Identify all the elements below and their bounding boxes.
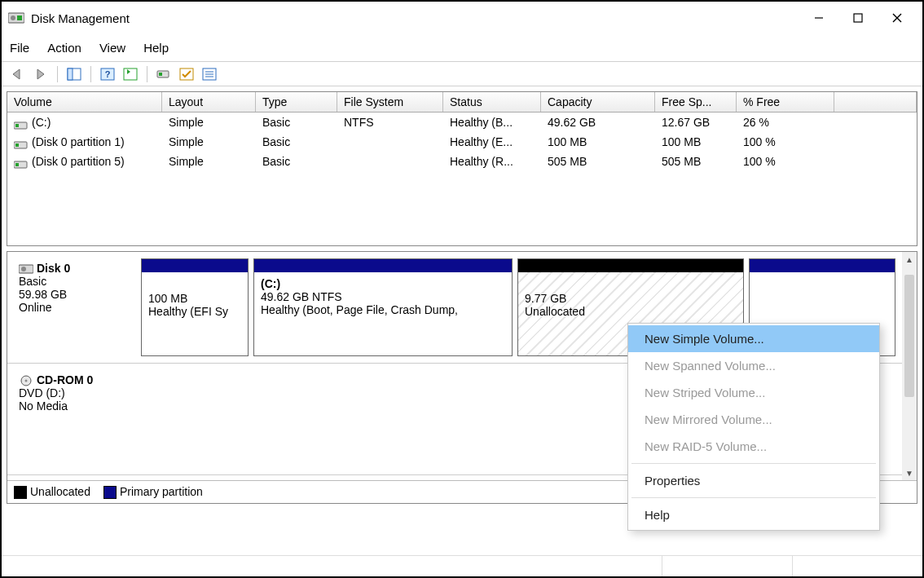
- col-status[interactable]: Status: [443, 92, 541, 112]
- titlebar: Disk Management: [2, 2, 922, 34]
- volume-layout: Simple: [162, 114, 256, 130]
- minimize-button[interactable]: [800, 5, 838, 31]
- forward-button[interactable]: [31, 65, 51, 83]
- svg-point-28: [25, 380, 28, 382]
- disk-info-line: No Media: [19, 399, 139, 413]
- scroll-up-icon[interactable]: ▲: [905, 252, 913, 267]
- context-properties[interactable]: Properties: [628, 467, 879, 494]
- volume-fs: [337, 153, 443, 170]
- volume-icon: [14, 119, 29, 127]
- context-item: New Striped Volume...: [628, 379, 879, 406]
- menubar: File Action View Help: [2, 34, 922, 62]
- svg-text:?: ?: [105, 69, 111, 79]
- partition-size: 100 MB: [148, 292, 241, 305]
- volume-row[interactable]: (Disk 0 partition 1)SimpleBasicHealthy (…: [7, 132, 917, 152]
- cdrom-icon: [19, 375, 33, 386]
- svg-point-26: [21, 267, 26, 271]
- svg-point-1: [11, 15, 15, 20]
- volume-pct: 100 %: [737, 134, 834, 150]
- svg-rect-4: [854, 14, 862, 22]
- menu-view[interactable]: View: [99, 41, 125, 55]
- disk-info-line: DVD (D:): [19, 386, 139, 399]
- volume-row[interactable]: (Disk 0 partition 5)SimpleBasicHealthy (…: [7, 152, 917, 171]
- col-volume[interactable]: Volume: [7, 92, 162, 112]
- disk-info-line: 59.98 GB: [19, 288, 136, 301]
- context-item: New RAID-5 Volume...: [628, 433, 879, 460]
- volume-capacity: 49.62 GB: [541, 114, 655, 130]
- context-item[interactable]: New Simple Volume...: [628, 325, 879, 352]
- scroll-thumb[interactable]: [904, 275, 914, 397]
- volume-type: Basic: [256, 134, 337, 150]
- volume-status: Healthy (R...: [443, 153, 541, 170]
- volume-free: 100 MB: [655, 134, 737, 150]
- col-capacity[interactable]: Capacity: [541, 92, 655, 112]
- close-button[interactable]: [878, 5, 916, 31]
- volume-free: 12.67 GB: [655, 114, 737, 130]
- partition-status: Unallocated: [525, 305, 737, 318]
- disk-label[interactable]: CD-ROM 0DVD (D:)No Media: [14, 370, 144, 468]
- volume-name: (C:): [32, 116, 51, 129]
- action-3-button[interactable]: [200, 65, 219, 83]
- volume-list: Volume Layout Type File System Status Ca…: [7, 91, 917, 246]
- partition-status: Healthy (Boot, Page File, Crash Dump,: [261, 303, 505, 316]
- disk-icon: [19, 263, 33, 275]
- disk-management-icon: [8, 10, 24, 26]
- action-2-button[interactable]: [177, 65, 196, 83]
- svg-rect-24: [15, 163, 19, 166]
- menu-action[interactable]: Action: [47, 41, 81, 55]
- menu-file[interactable]: File: [10, 41, 29, 55]
- vertical-scrollbar[interactable]: ▲ ▼: [902, 252, 917, 480]
- legend-unallocated: Unallocated: [14, 485, 90, 499]
- disk-label[interactable]: Disk 0Basic59.98 GBOnline: [14, 258, 141, 356]
- col-pct[interactable]: % Free: [737, 92, 834, 112]
- svg-rect-8: [68, 68, 73, 80]
- statusbar: [2, 555, 922, 576]
- menu-help[interactable]: Help: [143, 41, 169, 55]
- col-filesystem[interactable]: File System: [337, 92, 443, 112]
- back-button[interactable]: [8, 65, 28, 83]
- context-item: New Spanned Volume...: [628, 352, 879, 379]
- context-menu: New Simple Volume...New Spanned Volume..…: [627, 323, 880, 531]
- volume-type: Basic: [256, 114, 337, 130]
- col-type[interactable]: Type: [256, 92, 337, 112]
- partition-size: 9.77 GB: [525, 292, 737, 305]
- partition[interactable]: (C:)49.62 GB NTFSHealthy (Boot, Page Fil…: [253, 258, 513, 356]
- toolbar: ?: [2, 62, 922, 86]
- volume-name: (Disk 0 partition 5): [32, 155, 125, 168]
- svg-rect-20: [15, 124, 19, 127]
- show-hide-console-tree-button[interactable]: [64, 65, 84, 83]
- context-help[interactable]: Help: [628, 501, 879, 528]
- disk-info-line: Basic: [19, 275, 136, 288]
- scroll-down-icon[interactable]: ▼: [905, 465, 913, 480]
- refresh-button[interactable]: [121, 65, 140, 83]
- context-item: New Mirrored Volume...: [628, 406, 879, 433]
- partition-size: 49.62 GB NTFS: [261, 290, 505, 303]
- volume-icon: [14, 158, 29, 166]
- partition[interactable]: 100 MBHealthy (EFI Sy: [141, 258, 249, 356]
- maximize-button[interactable]: [839, 5, 877, 31]
- col-layout[interactable]: Layout: [162, 92, 256, 112]
- volume-pct: 26 %: [737, 114, 834, 130]
- volume-name: (Disk 0 partition 1): [32, 135, 125, 148]
- volume-capacity: 100 MB: [541, 134, 655, 150]
- disk-info-line: Online: [19, 301, 136, 314]
- volume-row[interactable]: (C:)SimpleBasicNTFSHealthy (B...49.62 GB…: [7, 113, 917, 132]
- svg-rect-2: [17, 15, 22, 20]
- volume-layout: Simple: [162, 134, 256, 150]
- action-1-button[interactable]: [154, 65, 174, 83]
- volume-type: Basic: [256, 153, 337, 170]
- volume-status: Healthy (B...: [443, 114, 541, 130]
- partition-status: Healthy (EFI Sy: [148, 305, 241, 318]
- svg-rect-11: [124, 68, 137, 80]
- volume-free: 505 MB: [655, 153, 737, 170]
- partition-title: (C:): [261, 277, 505, 290]
- window-title: Disk Management: [31, 11, 130, 25]
- volume-capacity: 505 MB: [541, 153, 655, 170]
- volume-icon: [14, 139, 29, 147]
- svg-rect-13: [159, 73, 162, 76]
- svg-rect-22: [15, 143, 19, 147]
- volume-list-header: Volume Layout Type File System Status Ca…: [7, 92, 917, 113]
- help-button[interactable]: ?: [98, 65, 117, 83]
- volume-pct: 100 %: [737, 153, 834, 170]
- col-free[interactable]: Free Sp...: [655, 92, 737, 112]
